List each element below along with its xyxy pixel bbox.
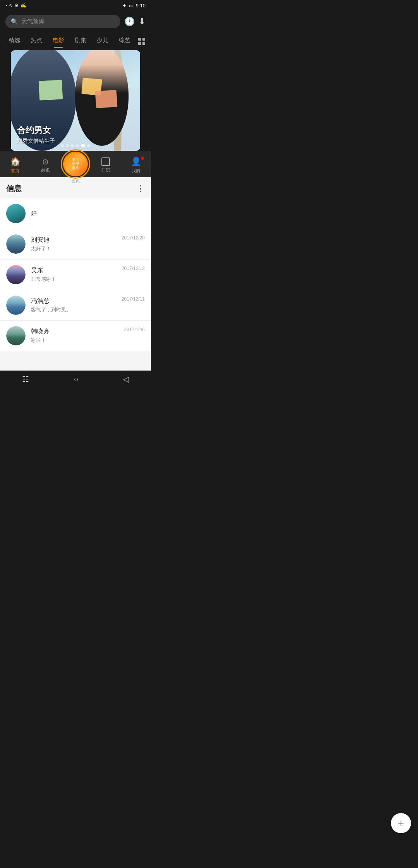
- knowledge-icon: [101, 157, 110, 166]
- msg-name: 吴东: [31, 267, 116, 275]
- android-nav-bar: ☷ ○ ◁: [0, 371, 151, 388]
- avatar: [6, 265, 26, 284]
- message-item[interactable]: 冯浩总 客气了，到时见。 2017/12/11: [0, 290, 151, 321]
- tab-zongyi[interactable]: 综艺: [113, 34, 135, 48]
- user-icon: 👤: [131, 157, 141, 167]
- vip-circle-ring: [61, 149, 90, 179]
- messages-section: 信息 ⋮ 好 刘安迪 太好了！ 2017/12/20 吴东 非常感谢！ 2017…: [0, 177, 151, 371]
- dot-2: [66, 144, 69, 147]
- nav-tabs: 精选 热点 电影 剧集 少儿 综艺: [0, 32, 151, 48]
- msg-name: 刘安迪: [31, 236, 116, 244]
- tab-juji[interactable]: 剧集: [69, 34, 91, 48]
- tab-jingxuan[interactable]: 精选: [3, 34, 25, 48]
- tab-dianying[interactable]: 电影: [47, 34, 69, 48]
- msg-content: 吴东 非常感谢！: [31, 267, 116, 283]
- message-item[interactable]: 吴东 非常感谢！ 2017/12/13: [0, 260, 151, 290]
- tab-shaoer[interactable]: 少儿: [91, 34, 113, 48]
- msg-content: 好: [31, 210, 145, 217]
- avatar: [6, 296, 26, 315]
- weiguan-label: 微观: [41, 167, 50, 173]
- vip-badge: 妻子的浪漫旅 会员: [63, 152, 88, 184]
- hero-content: 合约男女 郑秀文借精生子: [11, 50, 140, 151]
- message-item[interactable]: 好: [0, 198, 151, 229]
- search-bar: 🔍 天气预爆 🕐 ⬇: [0, 11, 151, 32]
- status-right-icons: ✦ ▭ 9:10: [122, 3, 146, 9]
- message-item[interactable]: 刘安迪 太好了！ 2017/12/20: [0, 229, 151, 260]
- vip-image-wrap: 妻子的浪漫旅: [63, 152, 88, 176]
- bluetooth-icon: ✦: [122, 3, 127, 9]
- bottom-nav-vip[interactable]: 妻子的浪漫旅 会员: [60, 164, 91, 165]
- vip-label: 会员: [71, 178, 80, 184]
- msg-preview: 谢啦！: [31, 337, 119, 344]
- dot-4: [76, 144, 79, 147]
- msg-time: 2017/12/13: [122, 266, 145, 271]
- msg-preview: 太好了！: [31, 245, 116, 252]
- history-button[interactable]: 🕐: [124, 17, 135, 27]
- msg-name: 冯浩总: [31, 297, 116, 305]
- dot-5: [81, 144, 85, 147]
- hero-subtitle: 郑秀文借精生子: [17, 138, 55, 145]
- msg-preview: 非常感谢！: [31, 276, 116, 283]
- bottom-nav-weiguan[interactable]: ⊙ 微观: [30, 155, 60, 173]
- hero-banner-wrap: 合约男女 郑秀文借精生子: [0, 50, 151, 151]
- dot-3: [71, 144, 74, 147]
- msg-time: 2017/12/6: [124, 327, 145, 332]
- android-back-button[interactable]: ◁: [123, 374, 129, 384]
- msg-content: 冯浩总 客气了，到时见。: [31, 297, 116, 313]
- bottom-nav-knowledge[interactable]: 知识: [91, 156, 121, 173]
- clock-time: 9:10: [136, 3, 146, 9]
- bottom-nav: 🏠 首页 ⊙ 微观 妻子的浪漫旅 会员 知识 👤 我的: [0, 151, 151, 177]
- avatar: [6, 234, 26, 254]
- search-input-wrap[interactable]: 🔍 天气预爆: [5, 15, 120, 28]
- hero-banner[interactable]: 合约男女 郑秀文借精生子: [11, 50, 140, 151]
- home-label: 首页: [11, 168, 19, 174]
- hero-title: 合约男女: [17, 125, 55, 136]
- msg-content: 刘安迪 太好了！: [31, 236, 116, 252]
- download-button[interactable]: ⬇: [139, 17, 146, 27]
- knowledge-label: 知识: [101, 167, 110, 173]
- msg-time: 2017/12/11: [122, 296, 145, 302]
- messages-more-button[interactable]: ⋮: [136, 184, 145, 194]
- dot-1: [61, 144, 64, 147]
- avatar: [6, 204, 26, 223]
- message-item[interactable]: 韩晓亮 谢啦！ 2017/12/6: [0, 321, 151, 351]
- search-icon: 🔍: [11, 18, 18, 25]
- chat-icon: ✍: [21, 3, 26, 8]
- huawei-icon: ❀: [15, 3, 19, 8]
- mine-label: 我的: [132, 168, 140, 174]
- battery-icon: ▭: [129, 3, 134, 9]
- msg-content: 韩晓亮 谢啦！: [31, 328, 119, 344]
- weiguan-icon: ⊙: [42, 157, 49, 166]
- msg-preview: 好: [31, 210, 145, 217]
- sim-icon: ▪: [5, 3, 7, 8]
- banner-dots: [61, 144, 90, 147]
- msg-name: 韩晓亮: [31, 328, 119, 336]
- android-home-button[interactable]: ○: [74, 375, 78, 384]
- android-menu-button[interactable]: ☷: [22, 374, 29, 384]
- notification-dot: [141, 157, 144, 160]
- search-placeholder: 天气预爆: [21, 18, 45, 25]
- msg-time: 2017/12/20: [122, 235, 145, 241]
- tab-redian[interactable]: 热点: [25, 34, 47, 48]
- status-left-icons: ▪ ∿ ❀ ✍: [5, 3, 26, 8]
- status-bar: ▪ ∿ ❀ ✍ ✦ ▭ 9:10: [0, 0, 151, 11]
- messages-title: 信息: [6, 183, 22, 194]
- grid-view-button[interactable]: [135, 35, 148, 48]
- wifi-icon: ∿: [9, 3, 13, 8]
- bottom-nav-mine[interactable]: 👤 我的: [121, 155, 151, 174]
- hero-text: 合约男女 郑秀文借精生子: [17, 125, 55, 145]
- avatar: [6, 326, 26, 345]
- bottom-nav-home[interactable]: 🏠 首页: [0, 155, 30, 174]
- msg-preview: 客气了，到时见。: [31, 306, 116, 313]
- dot-6: [87, 144, 90, 147]
- home-icon: 🏠: [10, 157, 21, 167]
